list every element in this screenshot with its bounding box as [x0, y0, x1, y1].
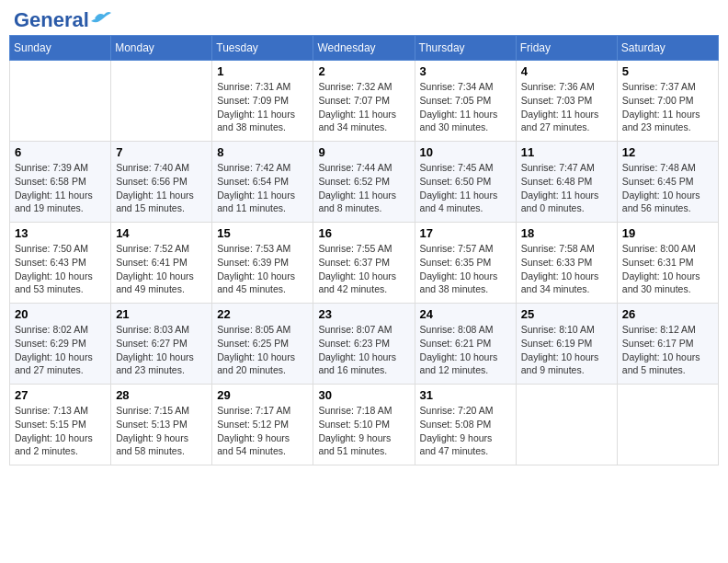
day-number: 23: [318, 307, 409, 321]
logo-bird-icon: [91, 10, 111, 27]
calendar-week-row: 13Sunrise: 7:50 AMSunset: 6:43 PMDayligh…: [10, 223, 719, 304]
day-info: Sunrise: 7:47 AMSunset: 6:48 PMDaylight:…: [521, 161, 612, 215]
day-number: 22: [217, 307, 308, 321]
weekday-header: Tuesday: [212, 36, 313, 61]
day-info: Sunrise: 7:20 AMSunset: 5:08 PMDaylight:…: [420, 404, 511, 458]
day-number: 29: [217, 388, 308, 402]
day-info: Sunrise: 7:48 AMSunset: 6:45 PMDaylight:…: [622, 161, 713, 215]
day-info: Sunrise: 7:17 AMSunset: 5:12 PMDaylight:…: [217, 404, 308, 458]
day-number: 3: [420, 64, 511, 78]
day-info: Sunrise: 7:37 AMSunset: 7:00 PMDaylight:…: [622, 80, 713, 134]
calendar-cell: 14Sunrise: 7:52 AMSunset: 6:41 PMDayligh…: [111, 223, 212, 304]
day-info: Sunrise: 8:08 AMSunset: 6:21 PMDaylight:…: [420, 323, 511, 377]
calendar-cell: 2Sunrise: 7:32 AMSunset: 7:07 PMDaylight…: [313, 61, 415, 142]
weekday-header: Sunday: [10, 36, 111, 61]
day-info: Sunrise: 8:07 AMSunset: 6:23 PMDaylight:…: [318, 323, 409, 377]
calendar-cell: 12Sunrise: 7:48 AMSunset: 6:45 PMDayligh…: [617, 142, 718, 223]
day-info: Sunrise: 7:15 AMSunset: 5:13 PMDaylight:…: [116, 404, 207, 458]
day-info: Sunrise: 8:12 AMSunset: 6:17 PMDaylight:…: [622, 323, 713, 377]
calendar-cell: 6Sunrise: 7:39 AMSunset: 6:58 PMDaylight…: [10, 142, 111, 223]
calendar-cell: 29Sunrise: 7:17 AMSunset: 5:12 PMDayligh…: [212, 385, 313, 465]
calendar-cell: [516, 385, 617, 465]
calendar-cell: 8Sunrise: 7:42 AMSunset: 6:54 PMDaylight…: [212, 142, 313, 223]
day-number: 21: [116, 307, 207, 321]
day-number: 4: [521, 64, 612, 78]
day-info: Sunrise: 7:32 AMSunset: 7:07 PMDaylight:…: [318, 80, 409, 134]
day-number: 1: [217, 64, 308, 78]
calendar-cell: 22Sunrise: 8:05 AMSunset: 6:25 PMDayligh…: [212, 304, 313, 385]
day-number: 17: [420, 226, 511, 240]
day-number: 25: [521, 307, 612, 321]
day-number: 19: [622, 226, 713, 240]
day-number: 7: [116, 145, 207, 159]
calendar-cell: 20Sunrise: 8:02 AMSunset: 6:29 PMDayligh…: [10, 304, 111, 385]
calendar-table: SundayMondayTuesdayWednesdayThursdayFrid…: [9, 35, 719, 465]
day-info: Sunrise: 7:52 AMSunset: 6:41 PMDaylight:…: [116, 242, 207, 296]
day-info: Sunrise: 7:55 AMSunset: 6:37 PMDaylight:…: [318, 242, 409, 296]
day-number: 12: [622, 145, 713, 159]
logo: General: [14, 9, 111, 28]
calendar-week-row: 27Sunrise: 7:13 AMSunset: 5:15 PMDayligh…: [10, 385, 719, 465]
day-number: 14: [116, 226, 207, 240]
calendar-cell: 28Sunrise: 7:15 AMSunset: 5:13 PMDayligh…: [111, 385, 212, 465]
day-number: 15: [217, 226, 308, 240]
calendar-week-row: 20Sunrise: 8:02 AMSunset: 6:29 PMDayligh…: [10, 304, 719, 385]
day-info: Sunrise: 8:03 AMSunset: 6:27 PMDaylight:…: [116, 323, 207, 377]
day-info: Sunrise: 7:31 AMSunset: 7:09 PMDaylight:…: [217, 80, 308, 134]
calendar-cell: 27Sunrise: 7:13 AMSunset: 5:15 PMDayligh…: [10, 385, 111, 465]
calendar-cell: [617, 385, 718, 465]
calendar-cell: 5Sunrise: 7:37 AMSunset: 7:00 PMDaylight…: [617, 61, 718, 142]
day-info: Sunrise: 7:45 AMSunset: 6:50 PMDaylight:…: [420, 161, 511, 215]
day-info: Sunrise: 7:34 AMSunset: 7:05 PMDaylight:…: [420, 80, 511, 134]
calendar-cell: 16Sunrise: 7:55 AMSunset: 6:37 PMDayligh…: [313, 223, 415, 304]
day-info: Sunrise: 7:44 AMSunset: 6:52 PMDaylight:…: [318, 161, 409, 215]
calendar-cell: 15Sunrise: 7:53 AMSunset: 6:39 PMDayligh…: [212, 223, 313, 304]
calendar-cell: 10Sunrise: 7:45 AMSunset: 6:50 PMDayligh…: [415, 142, 516, 223]
day-info: Sunrise: 8:05 AMSunset: 6:25 PMDaylight:…: [217, 323, 308, 377]
day-number: 26: [622, 307, 713, 321]
calendar-cell: [10, 61, 111, 142]
calendar-cell: 11Sunrise: 7:47 AMSunset: 6:48 PMDayligh…: [516, 142, 617, 223]
day-number: 24: [420, 307, 511, 321]
calendar-cell: 18Sunrise: 7:58 AMSunset: 6:33 PMDayligh…: [516, 223, 617, 304]
day-info: Sunrise: 8:10 AMSunset: 6:19 PMDaylight:…: [521, 323, 612, 377]
calendar-cell: 19Sunrise: 8:00 AMSunset: 6:31 PMDayligh…: [617, 223, 718, 304]
day-number: 28: [116, 388, 207, 402]
day-number: 18: [521, 226, 612, 240]
calendar-header-row: SundayMondayTuesdayWednesdayThursdayFrid…: [10, 36, 719, 61]
calendar-cell: 26Sunrise: 8:12 AMSunset: 6:17 PMDayligh…: [617, 304, 718, 385]
day-info: Sunrise: 7:18 AMSunset: 5:10 PMDaylight:…: [318, 404, 409, 458]
calendar-cell: 1Sunrise: 7:31 AMSunset: 7:09 PMDaylight…: [212, 61, 313, 142]
day-number: 9: [318, 145, 409, 159]
day-number: 5: [622, 64, 713, 78]
calendar-cell: 17Sunrise: 7:57 AMSunset: 6:35 PMDayligh…: [415, 223, 516, 304]
day-number: 8: [217, 145, 308, 159]
day-info: Sunrise: 7:53 AMSunset: 6:39 PMDaylight:…: [217, 242, 308, 296]
logo-text: General: [14, 9, 89, 31]
weekday-header: Wednesday: [313, 36, 415, 61]
day-number: 13: [15, 226, 106, 240]
day-info: Sunrise: 7:36 AMSunset: 7:03 PMDaylight:…: [521, 80, 612, 134]
day-number: 6: [15, 145, 106, 159]
day-number: 27: [15, 388, 106, 402]
day-number: 20: [15, 307, 106, 321]
weekday-header: Friday: [516, 36, 617, 61]
day-info: Sunrise: 7:58 AMSunset: 6:33 PMDaylight:…: [521, 242, 612, 296]
day-info: Sunrise: 8:02 AMSunset: 6:29 PMDaylight:…: [15, 323, 106, 377]
day-number: 31: [420, 388, 511, 402]
calendar-cell: 4Sunrise: 7:36 AMSunset: 7:03 PMDaylight…: [516, 61, 617, 142]
calendar-cell: 23Sunrise: 8:07 AMSunset: 6:23 PMDayligh…: [313, 304, 415, 385]
day-info: Sunrise: 7:57 AMSunset: 6:35 PMDaylight:…: [420, 242, 511, 296]
day-number: 2: [318, 64, 409, 78]
day-info: Sunrise: 7:13 AMSunset: 5:15 PMDaylight:…: [15, 404, 106, 458]
weekday-header: Saturday: [617, 36, 718, 61]
calendar-cell: 13Sunrise: 7:50 AMSunset: 6:43 PMDayligh…: [10, 223, 111, 304]
calendar-week-row: 6Sunrise: 7:39 AMSunset: 6:58 PMDaylight…: [10, 142, 719, 223]
calendar-cell: 3Sunrise: 7:34 AMSunset: 7:05 PMDaylight…: [415, 61, 516, 142]
calendar-cell: 25Sunrise: 8:10 AMSunset: 6:19 PMDayligh…: [516, 304, 617, 385]
day-number: 30: [318, 388, 409, 402]
day-number: 11: [521, 145, 612, 159]
calendar-week-row: 1Sunrise: 7:31 AMSunset: 7:09 PMDaylight…: [10, 61, 719, 142]
day-info: Sunrise: 8:00 AMSunset: 6:31 PMDaylight:…: [622, 242, 713, 296]
day-info: Sunrise: 7:40 AMSunset: 6:56 PMDaylight:…: [116, 161, 207, 215]
